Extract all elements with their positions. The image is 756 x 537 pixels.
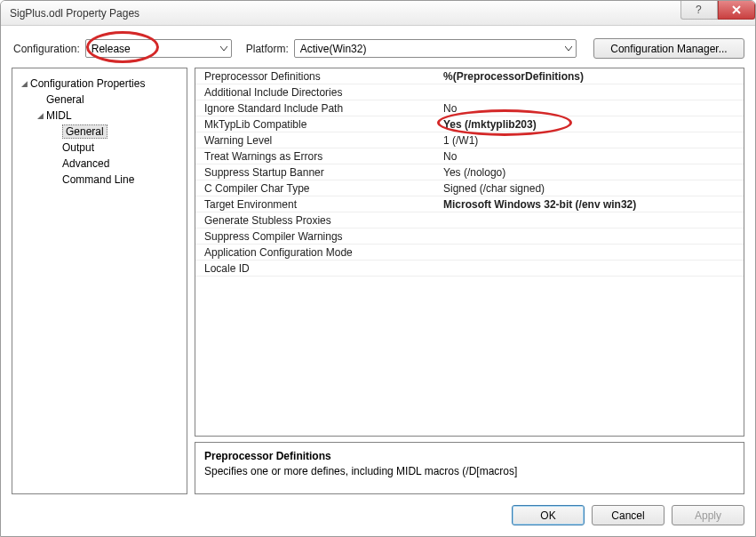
grid-key: Target Environment — [195, 198, 440, 211]
chevron-down-icon — [565, 45, 572, 52]
grid-key: Warning Level — [195, 134, 440, 147]
window-title: SigPlus.odl Property Pages — [10, 7, 680, 20]
cancel-button[interactable]: Cancel — [592, 505, 664, 525]
help-button[interactable]: ? — [680, 0, 718, 20]
description-title: Preprocessor Definitions — [204, 450, 735, 462]
ok-button[interactable]: OK — [512, 505, 585, 525]
grid-key: Application Configuration Mode — [195, 246, 440, 259]
grid-row[interactable]: Additional Include Directories — [195, 84, 744, 100]
help-icon: ? — [694, 4, 704, 15]
grid-row[interactable]: Suppress Startup BannerYes (/nologo) — [195, 164, 744, 180]
grid-key: C Compiler Char Type — [195, 182, 440, 195]
grid-key: Preprocessor Definitions — [195, 70, 440, 83]
description-body: Specifies one or more defines, including… — [204, 465, 735, 477]
svg-text:?: ? — [696, 4, 702, 15]
configuration-label: Configuration: — [13, 43, 80, 55]
grid-value[interactable]: No — [440, 150, 744, 163]
grid-row[interactable]: Application Configuration Mode — [195, 244, 744, 260]
grid-row[interactable]: Suppress Compiler Warnings — [195, 228, 744, 244]
apply-button[interactable]: Apply — [672, 505, 744, 525]
grid-value[interactable]: Yes (/mktyplib203) — [440, 118, 744, 131]
tree-item-midl[interactable]: ◢MIDL — [18, 108, 183, 124]
grid-value[interactable]: Yes (/nologo) — [440, 166, 744, 179]
close-button[interactable] — [718, 0, 755, 20]
grid-key: MkTypLib Compatible — [195, 118, 440, 131]
grid-key: Ignore Standard Include Path — [195, 102, 440, 115]
property-pages-dialog: SigPlus.odl Property Pages ? Configurati… — [0, 0, 756, 537]
grid-row[interactable]: Warning Level1 (/W1) — [195, 132, 744, 148]
footer: OK Cancel Apply — [1, 501, 755, 536]
collapse-icon[interactable]: ◢ — [36, 111, 44, 120]
grid-key: Suppress Compiler Warnings — [195, 230, 440, 243]
grid-key: Treat Warnings as Errors — [195, 150, 440, 163]
grid-row[interactable]: C Compiler Char TypeSigned (/char signed… — [195, 180, 744, 196]
tree-item-midl-general[interactable]: General — [18, 124, 183, 140]
description-panel: Preprocessor Definitions Specifies one o… — [195, 442, 744, 494]
platform-label: Platform: — [246, 43, 289, 55]
grid-row[interactable]: Preprocessor Definitions%(PreprocessorDe… — [195, 68, 744, 84]
collapse-icon[interactable]: ◢ — [20, 79, 28, 88]
tree-item-midl-advanced[interactable]: Advanced — [18, 156, 183, 172]
grid-row[interactable]: Treat Warnings as ErrorsNo — [195, 148, 744, 164]
configuration-value: Release — [92, 43, 217, 55]
grid-value[interactable]: Microsoft Windows 32-bit (/env win32) — [440, 198, 744, 211]
config-toolbar: Configuration: Release Platform: Active(… — [1, 26, 755, 68]
grid-key: Locale ID — [195, 262, 440, 275]
platform-combo[interactable]: Active(Win32) — [294, 39, 577, 58]
grid-value[interactable]: No — [440, 102, 744, 115]
grid-row[interactable]: Target EnvironmentMicrosoft Windows 32-b… — [195, 196, 744, 212]
grid-value[interactable]: Signed (/char signed) — [440, 182, 744, 195]
grid-row[interactable]: Generate Stubless Proxies — [195, 212, 744, 228]
tree-item-midl-output[interactable]: Output — [18, 140, 183, 156]
tree-item-midl-commandline[interactable]: Command Line — [18, 172, 183, 188]
titlebar: SigPlus.odl Property Pages ? — [1, 1, 755, 26]
grid-row[interactable]: Locale ID — [195, 260, 744, 277]
close-icon — [731, 4, 742, 15]
chevron-down-icon — [220, 45, 227, 52]
tree-root[interactable]: ◢ Configuration Properties — [18, 76, 183, 92]
platform-value: Active(Win32) — [300, 43, 561, 55]
configuration-combo[interactable]: Release — [85, 39, 232, 58]
grid-value[interactable]: %(PreprocessorDefinitions) — [440, 70, 744, 83]
grid-key: Suppress Startup Banner — [195, 166, 440, 179]
grid-key: Generate Stubless Proxies — [195, 214, 440, 227]
grid-row[interactable]: MkTypLib CompatibleYes (/mktyplib203) — [195, 116, 744, 132]
grid-row[interactable]: Ignore Standard Include PathNo — [195, 100, 744, 116]
configuration-manager-button[interactable]: Configuration Manager... — [593, 38, 744, 59]
tree-item-general[interactable]: General — [18, 92, 183, 108]
grid-value[interactable]: 1 (/W1) — [440, 134, 744, 147]
tree-view[interactable]: ◢ Configuration Properties General ◢MIDL… — [12, 68, 187, 494]
property-grid[interactable]: Preprocessor Definitions%(PreprocessorDe… — [195, 68, 744, 437]
grid-key: Additional Include Directories — [195, 86, 440, 99]
